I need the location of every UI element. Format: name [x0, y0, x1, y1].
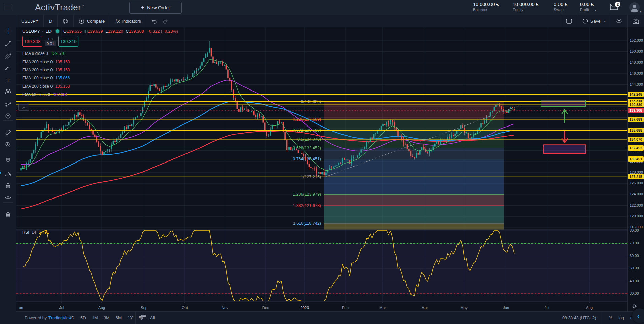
log-scale-button[interactable]: log	[618, 316, 624, 320]
range-button-3m[interactable]: 3M	[101, 314, 112, 322]
chart-style-button[interactable]	[58, 15, 73, 27]
price-axis-label: 148.000	[630, 60, 643, 64]
gear-icon	[616, 18, 622, 24]
range-button-5d[interactable]: 5D	[77, 314, 89, 322]
range-button-all[interactable]: All	[147, 314, 158, 322]
fx-icon: ƒx	[115, 19, 120, 24]
price-axis[interactable]: 152.000150.000148.000146.000144.000132.0…	[627, 27, 644, 311]
go-to-date-button[interactable]	[139, 314, 146, 321]
indicator-legend-row[interactable]: EMA 200 close 0135.153	[22, 66, 178, 74]
redo-button[interactable]	[162, 15, 173, 27]
indicator-legend-row[interactable]: EMA 200 close 0135.153	[22, 82, 178, 91]
forecast-tool-icon[interactable]	[3, 100, 13, 109]
brush-tool-icon[interactable]	[3, 64, 13, 73]
account-stat-equity: 10 000.00 €Equity	[513, 2, 539, 12]
account-stat-balance: 10 000.00 €Balance	[473, 2, 499, 12]
axis-settings-icon[interactable]	[632, 303, 637, 309]
price-level-badge: 142.248	[628, 92, 644, 97]
time-axis-label: Jun	[503, 305, 509, 310]
percent-scale-button[interactable]: %	[609, 316, 612, 320]
remove-drawings-trash-icon[interactable]	[3, 210, 13, 219]
rsi-axis-label: 70.00	[630, 241, 639, 245]
drawing-lock-tool-icon[interactable]	[3, 169, 13, 178]
chart-settings-button[interactable]	[611, 15, 627, 27]
indicators-button[interactable]: ƒx Indicators	[110, 15, 146, 27]
chart-toolbar: USDJPY D Compare ƒx Indicators	[16, 15, 644, 27]
emoji-tool-icon[interactable]	[3, 111, 13, 121]
compare-button[interactable]: Compare	[74, 15, 110, 27]
indicator-legend-row[interactable]: EMA 50 close 0137.031	[22, 91, 178, 99]
price-level-badge: 134.070	[628, 137, 644, 142]
range-button-6m[interactable]: 6M	[113, 314, 125, 322]
trend-line-tool-icon[interactable]	[3, 39, 13, 48]
svg-text:T: T	[6, 78, 9, 83]
undo-button[interactable]	[146, 15, 162, 27]
clock[interactable]: 08:38:43 (UTC+2)	[562, 312, 596, 324]
bottom-toolbar: Powered by TradingView 1D5D1M3M6M1Y5YAll…	[16, 311, 644, 324]
measure-tool-icon[interactable]	[3, 128, 13, 137]
range-button-1y[interactable]: 1Y	[125, 314, 136, 322]
price-target-box	[544, 145, 586, 153]
account-avatar[interactable]	[629, 2, 640, 13]
powered-by: Powered by TradingView	[25, 312, 72, 324]
rsi-legend: RSI 14 57.91	[22, 230, 49, 235]
activtrader-app: ActivTrader™ + New Order 10 000.00 €Bala…	[0, 0, 644, 324]
cloud-save-icon	[582, 18, 588, 24]
buy-price-button[interactable]: 139.319	[58, 36, 78, 47]
legend-change: −0.322 (−0.23%)	[147, 29, 178, 34]
price-level-badge: 140.339	[628, 102, 644, 107]
snapshot-button[interactable]	[628, 15, 644, 27]
zoom-in-tool-icon[interactable]	[3, 140, 13, 149]
magnet-tool-icon[interactable]	[3, 156, 13, 166]
price-axis-label: 144.000	[630, 82, 643, 86]
text-tool-icon[interactable]: T	[3, 76, 13, 85]
legend-collapse-button[interactable]	[18, 104, 29, 111]
account-dropdown-caret-icon[interactable]: ▾	[640, 10, 641, 13]
time-axis-label: Jul	[545, 305, 550, 310]
expand-panel-chevron[interactable]: ›	[0, 168, 1, 177]
legend-symbol[interactable]: USDJPY	[22, 29, 40, 34]
hide-drawings-eye-icon[interactable]	[3, 193, 13, 203]
new-order-button[interactable]: + New Order	[129, 2, 182, 14]
range-button-1d[interactable]: 1D	[66, 314, 77, 322]
price-axis-label: 122.000	[630, 203, 643, 207]
redo-icon	[163, 19, 168, 24]
fib-level-label: 1.236(123.979)	[293, 192, 321, 197]
app-logo: ActivTrader™	[35, 2, 84, 13]
indicator-legend-row[interactable]: EMA 200 close 0135.153	[22, 58, 178, 66]
price-axis-label: 128.000	[630, 170, 643, 174]
legend-interval[interactable]: 1D	[46, 29, 52, 34]
chart-area[interactable]: 0(140.925)0.236(137.689)0.382(135.688)0.…	[16, 27, 627, 311]
rsi-axis-label: 60.00	[630, 254, 639, 258]
indicator-legend-row[interactable]: EMA 9 close 0139.510	[22, 49, 178, 58]
crosshair-tool-icon[interactable]	[3, 26, 13, 36]
save-caret-icon: ▾	[604, 20, 606, 23]
market-status-icon[interactable]	[55, 29, 60, 34]
gann-fib-tool-icon[interactable]	[3, 51, 13, 61]
undo-icon	[151, 19, 157, 24]
camera-icon	[633, 19, 639, 24]
time-axis-label: Nov	[222, 305, 229, 310]
price-axis-label: 152.000	[630, 38, 643, 42]
price-axis-label: 124.000	[630, 192, 643, 196]
menu-icon[interactable]	[5, 5, 12, 10]
rsi-axis-label: 50.00	[630, 266, 639, 270]
fib-level-label: 1.618(118.742)	[293, 221, 321, 226]
top-bar: ActivTrader™ + New Order 10 000.00 €Bala…	[0, 0, 644, 15]
profit-dropdown-caret-icon[interactable]: ▾	[595, 9, 596, 12]
save-layout-button[interactable]: Save ▾	[577, 15, 611, 27]
lock-tool-icon[interactable]	[3, 181, 13, 190]
time-axis-label: 2023	[300, 305, 309, 310]
time-axis-label: un	[19, 305, 23, 310]
symbol-search-button[interactable]: USDJPY	[16, 15, 43, 27]
xabcd-pattern-tool-icon[interactable]	[3, 87, 13, 96]
range-button-1m[interactable]: 1M	[89, 314, 101, 322]
current-price-badge: 139.308	[628, 108, 644, 113]
legend-ohlc: O139.635H139.639L139.120C139.308	[63, 29, 144, 34]
interval-button[interactable]: D	[44, 15, 57, 27]
sell-price-button[interactable]: 139.308	[22, 36, 42, 47]
indicator-legend-row[interactable]: EMA 100 close 0135.866	[22, 74, 178, 82]
time-axis-label: Dec	[262, 305, 269, 310]
indicator-legend-list: EMA 9 close 0139.510EMA 200 close 0135.1…	[22, 49, 178, 99]
layout-select-button[interactable]	[561, 15, 577, 27]
